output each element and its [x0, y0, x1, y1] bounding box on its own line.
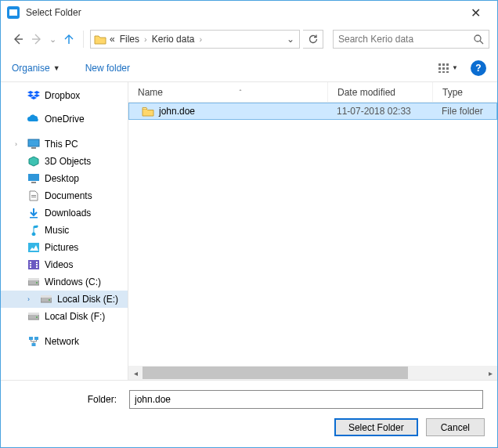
svg-rect-6: [438, 67, 441, 70]
svg-point-31: [36, 282, 38, 284]
folder-label: Folder:: [13, 394, 123, 405]
chevron-down-icon: ▼: [53, 64, 60, 72]
scroll-track[interactable]: [143, 366, 483, 380]
file-name: john.doe: [159, 106, 195, 117]
tree-item-network[interactable]: › Network: [1, 333, 128, 350]
scroll-thumb[interactable]: [143, 367, 408, 379]
navigation-bar: ⌄ « Files › Kerio data › ⌄: [1, 24, 497, 54]
column-type[interactable]: Type: [433, 82, 497, 102]
tree-label: Pictures: [45, 242, 78, 253]
up-button[interactable]: [61, 31, 77, 47]
svg-rect-13: [446, 71, 449, 73]
svg-rect-12: [446, 67, 449, 70]
breadcrumb[interactable]: Files: [118, 34, 141, 45]
svg-rect-25: [30, 266, 31, 268]
tree-item-this-pc[interactable]: › This PC: [1, 135, 128, 153]
tree-item-drive-f[interactable]: Local Disk (F:): [1, 308, 128, 325]
pictures-icon: [27, 241, 40, 254]
svg-point-3: [475, 35, 481, 42]
file-list-pane: Name ˆ Date modified Type john.doe 11-07…: [128, 82, 497, 380]
horizontal-scrollbar[interactable]: ◂ ▸: [128, 366, 497, 380]
tree-label: Network: [45, 336, 79, 347]
svg-rect-17: [31, 182, 36, 183]
tree-label: 3D Objects: [45, 156, 91, 167]
svg-rect-18: [31, 195, 36, 196]
scroll-right-icon[interactable]: ▸: [483, 366, 497, 380]
back-button[interactable]: [10, 31, 26, 47]
cancel-button[interactable]: Cancel: [426, 418, 485, 436]
svg-rect-7: [438, 71, 441, 73]
tree-item-documents[interactable]: Documents: [1, 187, 128, 204]
navigation-tree[interactable]: › Dropbox › OneDrive › This PC 3D Object…: [1, 82, 128, 380]
onedrive-icon: [27, 113, 40, 125]
address-bar[interactable]: « Files › Kerio data › ⌄: [90, 30, 300, 49]
tree-label: Local Disk (E:): [57, 294, 118, 305]
tree-label: Local Disk (F:): [45, 311, 105, 322]
forward-button[interactable]: [29, 31, 45, 47]
tree-item-onedrive[interactable]: › OneDrive: [1, 110, 128, 128]
tree-item-videos[interactable]: Videos: [1, 256, 128, 273]
address-dropdown-icon[interactable]: ⌄: [283, 34, 298, 45]
drive-icon: [40, 293, 52, 305]
tree-item-music[interactable]: Music: [1, 222, 128, 239]
file-rows[interactable]: john.doe 11-07-2018 02:33 File folder: [128, 103, 497, 366]
tree-item-drive-c[interactable]: Windows (C:): [1, 273, 128, 291]
svg-rect-11: [446, 63, 449, 66]
music-icon: [27, 224, 40, 237]
help-button[interactable]: ?: [471, 60, 486, 76]
svg-rect-10: [442, 71, 445, 73]
svg-rect-33: [41, 295, 52, 298]
svg-rect-5: [438, 63, 441, 66]
3d-objects-icon: [27, 155, 40, 168]
breadcrumb[interactable]: Kerio data: [150, 34, 197, 45]
organise-button[interactable]: Organise ▼: [12, 63, 60, 74]
search-icon[interactable]: [473, 34, 484, 45]
tree-item-3d-objects[interactable]: 3D Objects: [1, 153, 128, 170]
view-button[interactable]: ▼: [438, 63, 458, 74]
chevron-right-icon[interactable]: ›: [143, 34, 149, 44]
tree-label: Videos: [45, 259, 73, 270]
folder-name-input[interactable]: [129, 390, 483, 409]
tree-item-pictures[interactable]: Pictures: [1, 239, 128, 256]
tree-label: OneDrive: [45, 114, 85, 125]
view-icon: [438, 63, 450, 74]
svg-rect-14: [28, 139, 39, 146]
folder-icon: [94, 33, 106, 45]
select-folder-button[interactable]: Select Folder: [334, 418, 418, 436]
file-row[interactable]: john.doe 11-07-2018 02:33 File folder: [128, 103, 497, 120]
svg-rect-40: [32, 343, 36, 346]
search-box[interactable]: [333, 30, 489, 49]
dropbox-icon: [27, 89, 40, 102]
organise-label: Organise: [12, 63, 50, 74]
tree-label: Downloads: [45, 208, 91, 219]
tree-item-desktop[interactable]: Desktop: [1, 170, 128, 187]
svg-rect-29: [28, 280, 39, 285]
close-icon[interactable]: ✕: [460, 5, 491, 20]
search-input[interactable]: [338, 34, 473, 45]
tree-label: Desktop: [45, 173, 79, 184]
new-folder-button[interactable]: New folder: [85, 63, 130, 74]
svg-rect-28: [36, 266, 38, 268]
svg-line-4: [480, 41, 483, 44]
svg-rect-32: [41, 297, 52, 302]
drive-icon: [27, 310, 40, 323]
scroll-left-icon[interactable]: ◂: [128, 366, 143, 380]
tree-item-downloads[interactable]: Downloads: [1, 204, 128, 222]
folder-icon: [142, 107, 154, 117]
svg-point-37: [36, 316, 38, 318]
svg-rect-26: [36, 262, 38, 263]
tree-item-dropbox[interactable]: › Dropbox: [1, 87, 128, 104]
column-name[interactable]: Name ˆ: [128, 82, 328, 102]
refresh-button[interactable]: [303, 30, 323, 49]
chevron-right-icon[interactable]: ›: [197, 34, 204, 44]
tree-label: Windows (C:): [45, 276, 101, 287]
svg-rect-36: [28, 313, 39, 315]
documents-icon: [27, 190, 40, 202]
column-date-modified[interactable]: Date modified: [328, 82, 433, 102]
svg-rect-16: [28, 174, 39, 181]
breadcrumb-prefix[interactable]: «: [108, 34, 117, 45]
tree-item-drive-e[interactable]: ›Local Disk (E:): [1, 291, 128, 308]
recent-locations-icon[interactable]: ⌄: [48, 34, 58, 45]
app-icon: [7, 6, 20, 19]
svg-rect-8: [442, 63, 445, 66]
